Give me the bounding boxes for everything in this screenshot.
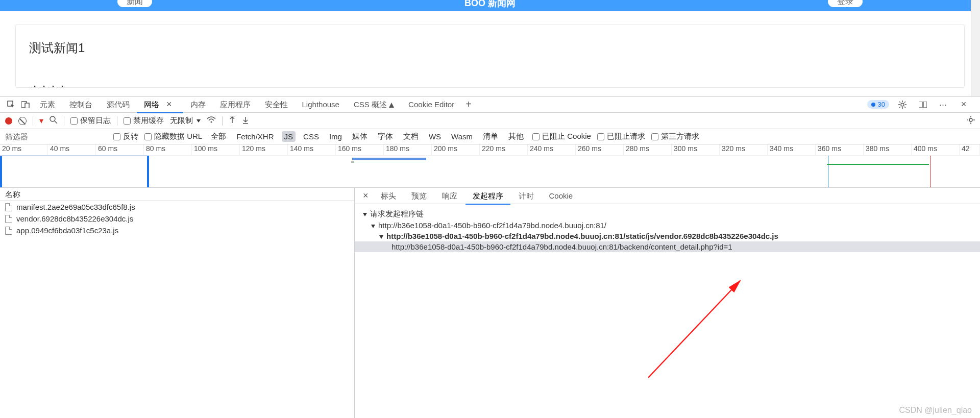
tab-application[interactable]: 应用程序	[213, 96, 258, 113]
filter-toggle-icon[interactable]: ▾	[39, 116, 43, 126]
svg-line-11	[904, 102, 905, 103]
svg-line-9	[904, 107, 905, 108]
chain-title-row[interactable]: 请求发起程序链	[355, 208, 980, 220]
wifi-icon[interactable]	[207, 116, 216, 125]
tab-lighthouse[interactable]: Lighthouse	[295, 96, 347, 113]
tab-cookie-editor[interactable]: Cookie Editor	[401, 96, 461, 113]
filter-css[interactable]: CSS	[301, 131, 322, 142]
chain-lvl3[interactable]: http://b36e1058-d0a1-450b-b960-cf2f1d4a7…	[355, 241, 980, 252]
dock-icon[interactable]	[916, 97, 930, 112]
chevron-down-icon	[379, 235, 383, 239]
toolbar-gear-icon[interactable]	[967, 116, 975, 126]
close-detail-icon[interactable]: ×	[359, 190, 373, 201]
filter-all[interactable]: 全部	[208, 131, 229, 142]
upload-icon[interactable]	[229, 116, 236, 126]
thirdparty-checkbox[interactable]: 第三方请求	[651, 132, 699, 141]
clear-icon[interactable]	[18, 117, 27, 125]
tab-headers[interactable]: 标头	[374, 188, 403, 204]
request-list-header[interactable]: 名称	[0, 188, 354, 201]
article-title: 测试新闻1	[29, 40, 951, 56]
filter-font[interactable]: 字体	[375, 131, 396, 142]
svg-rect-13	[923, 102, 927, 108]
devtools-panel: 元素 控制台 源代码 网络× 内存 应用程序 安全性 Lighthouse CS…	[0, 96, 980, 418]
network-toolbar: ▾ 保留日志 禁用缓存 无限制	[0, 113, 980, 129]
close-icon[interactable]: ×	[162, 99, 176, 109]
tab-security[interactable]: 安全性	[258, 96, 295, 113]
file-icon	[5, 203, 12, 211]
nav-left-button[interactable]: 新闻	[117, 0, 152, 7]
search-icon[interactable]	[50, 116, 58, 126]
chevron-down-icon	[363, 213, 367, 216]
svg-line-15	[55, 121, 57, 124]
filter-other[interactable]: 其他	[506, 131, 526, 142]
request-list: 名称 manifest.2ae2e69a05c33dfc65f8.js vend…	[0, 188, 355, 418]
svg-line-8	[899, 102, 900, 103]
inspect-icon[interactable]	[4, 97, 18, 112]
tab-initiator[interactable]: 发起程序	[465, 188, 510, 204]
gear-icon[interactable]	[895, 97, 910, 112]
filter-fetch[interactable]: Fetch/XHR	[234, 131, 276, 142]
content-card: 测试新闻1 哈哈哈哈	[15, 24, 965, 88]
add-tab-icon[interactable]: +	[461, 97, 476, 112]
login-button[interactable]: 登录	[828, 0, 863, 7]
filter-input[interactable]	[5, 132, 107, 141]
nav-title: BOO 新闻网	[464, 0, 516, 9]
tab-sources[interactable]: 源代码	[100, 96, 137, 113]
more-icon[interactable]: ⋯	[936, 97, 950, 112]
tab-memory[interactable]: 内存	[183, 96, 213, 113]
timeline-ticks: 20 ms 40 ms 60 ms 80 ms 100 ms 120 ms 14…	[0, 144, 980, 156]
close-devtools-icon[interactable]: ×	[957, 97, 971, 112]
svg-point-14	[50, 116, 55, 121]
filter-manifest[interactable]: 清单	[480, 131, 501, 142]
timeline[interactable]: 20 ms 40 ms 60 ms 80 ms 100 ms 120 ms 14…	[0, 144, 980, 188]
invert-checkbox[interactable]: 反转	[113, 132, 138, 141]
page-scrollbar[interactable]	[971, 0, 980, 96]
download-icon[interactable]	[242, 116, 249, 126]
record-icon[interactable]	[5, 117, 12, 125]
devtools-main-tabs: 元素 控制台 源代码 网络× 内存 应用程序 安全性 Lighthouse CS…	[0, 96, 980, 113]
preserve-log-checkbox[interactable]: 保留日志	[70, 116, 111, 126]
request-row[interactable]: manifest.2ae2e69a05c33dfc65f8.js	[0, 201, 354, 213]
svg-line-10	[899, 107, 900, 108]
tab-preview[interactable]: 预览	[404, 188, 434, 204]
tab-timing[interactable]: 计时	[511, 188, 541, 204]
hide-data-url-checkbox[interactable]: 隐藏数据 URL	[144, 132, 202, 141]
svg-point-3	[901, 103, 904, 106]
svg-rect-12	[919, 102, 922, 108]
filter-wasm[interactable]: Wasm	[449, 131, 475, 142]
svg-point-16	[211, 121, 212, 123]
detail-pane: × 标头 预览 响应 发起程序 计时 Cookie 请求发起程序链 http:/…	[355, 188, 980, 418]
file-icon	[5, 215, 12, 223]
throttle-select[interactable]: 无限制	[170, 116, 201, 126]
request-row[interactable]: app.0949cf6bda03f1c5c23a.js	[0, 225, 354, 236]
request-row[interactable]: vendor.6928dc8b435226e304dc.js	[0, 213, 354, 225]
tab-response[interactable]: 响应	[435, 188, 464, 204]
chevron-down-icon	[371, 225, 375, 228]
filter-js[interactable]: JS	[282, 131, 296, 142]
device-toggle-icon[interactable]	[18, 97, 33, 112]
blocked-cookie-checkbox[interactable]: 已阻止 Cookie	[532, 132, 591, 141]
watermark: CSDN @julien_qiao	[899, 406, 972, 415]
article-body: 哈哈哈哈	[29, 84, 951, 88]
filter-media[interactable]: 媒体	[350, 131, 370, 142]
network-filter-row: 反转 隐藏数据 URL 全部 Fetch/XHR JS CSS Img 媒体 字…	[0, 129, 980, 144]
blocked-req-checkbox[interactable]: 已阻止请求	[597, 132, 645, 141]
tab-css-overview[interactable]: CSS 概述	[347, 96, 401, 113]
tab-elements[interactable]: 元素	[33, 96, 62, 113]
filter-ws[interactable]: WS	[426, 131, 444, 142]
issues-badge[interactable]: 30	[867, 100, 889, 109]
filter-type-pills: 全部 Fetch/XHR JS CSS Img 媒体 字体 文档 WS Wasm…	[208, 131, 526, 142]
tab-cookie[interactable]: Cookie	[542, 188, 580, 204]
filter-img[interactable]: Img	[327, 131, 345, 142]
disable-cache-checkbox[interactable]: 禁用缓存	[124, 116, 164, 126]
initiator-chain: 请求发起程序链 http://b36e1058-d0a1-450b-b960-c…	[355, 204, 980, 252]
tab-network[interactable]: 网络×	[137, 96, 183, 113]
chain-lvl2[interactable]: http://b36e1058-d0a1-450b-b960-cf2f1d4a7…	[355, 231, 980, 241]
tick: 20 ms	[0, 144, 48, 155]
svg-rect-2	[25, 103, 29, 108]
detail-tabs: × 标头 预览 响应 发起程序 计时 Cookie	[355, 188, 980, 204]
chain-lvl1[interactable]: http://b36e1058-d0a1-450b-b960-cf2f1d4a7…	[355, 220, 980, 231]
filter-doc[interactable]: 文档	[401, 131, 421, 142]
tab-console[interactable]: 控制台	[62, 96, 100, 113]
file-icon	[5, 227, 12, 235]
